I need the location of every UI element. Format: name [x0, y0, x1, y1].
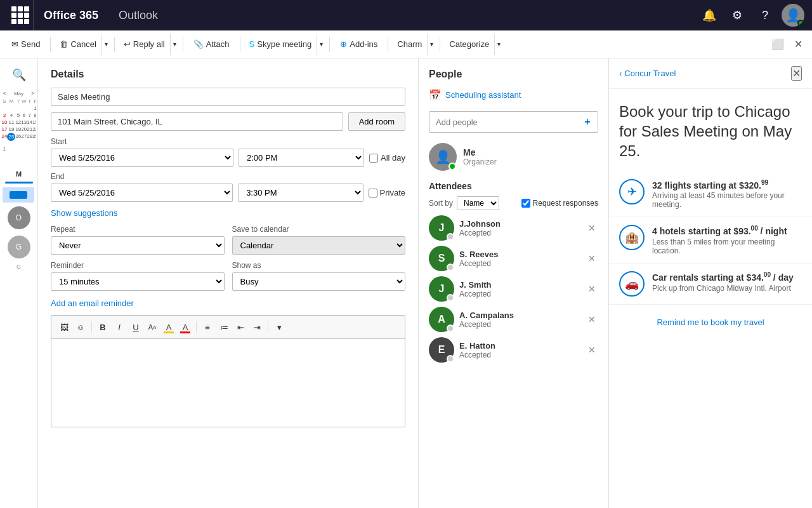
- repeat-select[interactable]: Never: [51, 236, 225, 255]
- topbar-icons: 🔔 ⚙ ? 👤: [698, 4, 804, 27]
- show-as-group: Show as Busy: [232, 261, 406, 291]
- add-people-button[interactable]: +: [577, 112, 598, 132]
- close-button[interactable]: ✕: [789, 36, 807, 53]
- hotels-info: 4 hotels starting at $93.00 / night Less…: [652, 225, 802, 255]
- add-email-reminder-link[interactable]: Add an email reminder: [51, 298, 134, 308]
- me-status-dot: [449, 163, 456, 170]
- scheduling-assistant-link[interactable]: 📅 Scheduling assistant: [429, 86, 598, 104]
- private-label: Private: [380, 188, 405, 197]
- help-icon[interactable]: ?: [754, 4, 776, 27]
- remove-attendee-ehatton[interactable]: ✕: [586, 344, 598, 356]
- me-row: 👤 Me Organizer: [429, 143, 598, 171]
- waffle-menu-button[interactable]: [8, 0, 33, 30]
- categorize-button[interactable]: Categorize: [444, 34, 494, 55]
- numbering-button[interactable]: ≔: [216, 319, 232, 335]
- hotels-card[interactable]: 🏨 4 hotels starting at $93.00 / night Le…: [609, 217, 812, 264]
- cars-info: Car rentals starting at $34.00 / day Pic…: [652, 271, 802, 293]
- attendee-info-acampalans: A. Campalans Accepted: [459, 311, 580, 329]
- charm-dropdown[interactable]: ▾: [427, 34, 436, 55]
- start-date-select[interactable]: Wed 5/25/2016: [51, 149, 233, 167]
- send-button[interactable]: ✉ Send: [5, 34, 46, 55]
- sidebar-item-m[interactable]: M: [3, 168, 35, 180]
- add-people-input[interactable]: [429, 114, 577, 131]
- font-size-btn[interactable]: AA: [145, 319, 160, 335]
- toolbar-separator-2: [114, 37, 115, 52]
- save-to-cal-label: Save to calendar: [232, 225, 406, 234]
- remove-attendee-jjohnson[interactable]: ✕: [586, 222, 598, 234]
- sort-by-select[interactable]: Name: [457, 196, 499, 210]
- bold-button[interactable]: B: [95, 319, 110, 335]
- private-checkbox[interactable]: [369, 189, 377, 197]
- start-time-select[interactable]: 2:00 PM: [239, 149, 364, 167]
- location-row: Add room: [51, 112, 405, 131]
- more-formatting-button[interactable]: ▾: [272, 319, 287, 335]
- reminder-select[interactable]: 15 minutes: [51, 272, 225, 291]
- insert-emoji-button[interactable]: ☺: [73, 319, 88, 335]
- highlight-btn[interactable]: A: [178, 319, 193, 335]
- concur-close-button[interactable]: ✕: [791, 66, 802, 81]
- sidebar-left: 🔍 < May > S M T W T F S 1: [0, 58, 38, 508]
- all-day-checkbox[interactable]: [369, 154, 378, 163]
- attach-button[interactable]: 📎 Attach: [187, 34, 236, 55]
- avatar[interactable]: 👤: [782, 4, 804, 27]
- toolbar-separator-6: [388, 37, 388, 52]
- request-responses-checkbox[interactable]: [521, 199, 530, 208]
- hotels-title: 4 hotels starting at $93.00 / night: [652, 225, 802, 236]
- next-month-icon[interactable]: >: [31, 90, 34, 97]
- subject-input[interactable]: [51, 88, 405, 106]
- show-as-select[interactable]: Busy: [232, 272, 406, 291]
- request-responses-group: Request responses: [521, 199, 598, 208]
- font-color-btn[interactable]: A: [161, 319, 176, 335]
- message-body[interactable]: [51, 338, 405, 427]
- insert-image-button[interactable]: 🖼: [56, 319, 72, 335]
- flights-card[interactable]: ✈ 32 flights starting at $320.99 Arrivin…: [609, 171, 812, 218]
- notifications-icon[interactable]: 🔔: [698, 4, 721, 27]
- reply-all-dropdown[interactable]: ▾: [170, 34, 179, 55]
- attendee-avatar-jjohnson: J: [429, 215, 454, 241]
- settings-icon[interactable]: ⚙: [726, 4, 749, 27]
- charm-button[interactable]: Charm: [392, 34, 427, 55]
- skype-button[interactable]: S Skype meeting: [244, 34, 317, 55]
- addins-button[interactable]: ⊕ Add-ins: [334, 34, 384, 55]
- reply-all-button[interactable]: ↩ Reply all: [119, 34, 170, 55]
- remove-attendee-sreeves[interactable]: ✕: [586, 252, 598, 265]
- charm-split-button: Charm ▾: [392, 34, 436, 55]
- end-time-select[interactable]: 3:30 PM: [238, 184, 363, 202]
- prev-month-icon[interactable]: <: [3, 90, 6, 97]
- toolbar: ✉ Send 🗑 Cancel ▾ ↩ Reply all ▾ 📎 Attach…: [0, 30, 812, 58]
- end-date-select[interactable]: Wed 5/25/2016: [51, 184, 233, 202]
- attendee-name: J. Smith: [459, 280, 580, 290]
- details-title: Details: [51, 69, 405, 80]
- add-room-button[interactable]: Add room: [348, 112, 405, 131]
- all-day-label: All day: [381, 153, 405, 163]
- location-input[interactable]: [51, 112, 343, 131]
- increase-indent-button[interactable]: ⇥: [249, 319, 265, 335]
- search-icon[interactable]: 🔍: [5, 64, 33, 86]
- sidebar-active-item[interactable]: [3, 187, 34, 203]
- skype-dropdown[interactable]: ▾: [317, 34, 325, 55]
- underline-button[interactable]: U: [128, 319, 143, 335]
- italic-button[interactable]: I: [112, 319, 127, 335]
- remove-attendee-jsmith[interactable]: ✕: [586, 283, 598, 295]
- categorize-dropdown[interactable]: ▾: [494, 34, 503, 55]
- concur-header: ‹ Concur Travel ✕: [609, 58, 812, 89]
- cancel-button[interactable]: 🗑 Cancel: [55, 34, 101, 55]
- all-day-group: All day: [369, 153, 405, 163]
- decrease-indent-button[interactable]: ⇤: [233, 319, 248, 335]
- maximize-button[interactable]: ⬜: [769, 36, 787, 53]
- sidebar-item-circle2[interactable]: G: [8, 236, 30, 258]
- brand-name: Office 365: [33, 0, 108, 30]
- remove-attendee-acampalans[interactable]: ✕: [586, 313, 598, 326]
- attendee-name: S. Reeves: [459, 250, 580, 259]
- show-suggestions-link[interactable]: Show suggestions: [51, 208, 118, 218]
- cancel-dropdown[interactable]: ▾: [102, 34, 110, 55]
- me-name: Me: [463, 147, 598, 157]
- bullets-button[interactable]: ≡: [200, 319, 215, 335]
- cars-card[interactable]: 🚗 Car rentals starting at $34.00 / day P…: [609, 264, 812, 305]
- save-to-cal-select[interactable]: Calendar: [232, 236, 406, 255]
- sidebar-item-circle1[interactable]: O: [8, 206, 30, 229]
- skype-icon: S: [249, 39, 255, 49]
- remind-book-travel-link[interactable]: Remind me to book my travel: [609, 305, 812, 340]
- concur-title: Book your trip to Chicago for Sales Meet…: [609, 89, 812, 171]
- concur-back-button[interactable]: ‹ Concur Travel: [619, 69, 676, 78]
